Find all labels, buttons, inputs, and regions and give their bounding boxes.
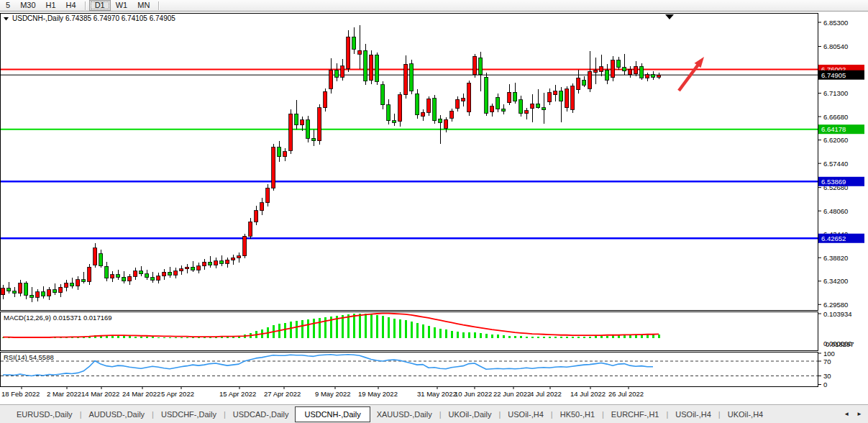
macd-panel xyxy=(1,312,818,351)
candle-body xyxy=(214,261,218,265)
candle-body xyxy=(174,271,178,276)
date-label: 2 Mar 2022 xyxy=(47,390,81,398)
date-label: 10 Jun 2022 xyxy=(454,390,492,398)
macd-bar xyxy=(359,314,362,338)
candle-body xyxy=(140,271,143,274)
candle-body xyxy=(352,37,356,49)
candle-body xyxy=(65,283,68,288)
candle-body xyxy=(565,89,569,108)
candle-body xyxy=(439,119,442,122)
price-axis-label: 6.71300 xyxy=(823,89,848,97)
macd-bar xyxy=(457,332,460,338)
chart-tab-usoilh4-10[interactable]: USOil-,H4 xyxy=(669,407,718,422)
chart-tab-usdchfdaily-2[interactable]: USDCHF-,Daily xyxy=(155,407,223,422)
date-label: 22 Jun 2022 xyxy=(493,390,531,398)
candle-body xyxy=(145,274,149,278)
timeframe-button-w1[interactable]: W1 xyxy=(111,0,133,11)
macd-bar xyxy=(480,333,483,338)
macd-bar xyxy=(566,337,569,338)
macd-bar xyxy=(422,324,425,338)
candle-body xyxy=(525,111,529,114)
candle-body xyxy=(226,260,229,263)
macd-bar xyxy=(163,337,166,338)
chart-tab-audusddaily-1[interactable]: AUDUSD-,Daily xyxy=(82,407,151,422)
candle-body xyxy=(186,267,189,269)
date-label: 19 May 2022 xyxy=(358,390,398,398)
price-axis-label: 6.48060 xyxy=(823,207,848,215)
timeframe-button-h1[interactable]: H1 xyxy=(41,0,61,11)
timeframe-toolbar: 5M30H1H4D1W1MN xyxy=(0,0,868,12)
mt4-window: 5M30H1H4D1W1MN 6.853006.805406.713006.66… xyxy=(0,0,868,423)
candle-body xyxy=(341,66,344,77)
macd-bar xyxy=(117,336,120,338)
chart-tab-usdcnhdaily-4[interactable]: USDCNH-,Daily xyxy=(295,406,370,422)
price-axis-label: 6.80540 xyxy=(823,42,848,50)
chart-tab-ukoilh4-11[interactable]: UKOil-,H4 xyxy=(721,407,770,422)
rsi-axis-label: 100 xyxy=(823,350,835,358)
candle-body xyxy=(19,283,22,294)
candle-body xyxy=(318,108,321,141)
timeframe-button-d1[interactable]: D1 xyxy=(89,0,111,11)
date-label: 31 May 2022 xyxy=(417,390,457,398)
macd-bar xyxy=(629,335,632,338)
macd-bar xyxy=(416,323,419,338)
macd-bar xyxy=(146,337,149,338)
macd-bar xyxy=(503,335,506,338)
candle-body xyxy=(329,70,333,88)
candle-body xyxy=(652,75,655,78)
macd-bar xyxy=(583,337,586,338)
macd-bar xyxy=(554,337,557,338)
candle-body xyxy=(629,69,632,74)
candle-body xyxy=(128,276,132,281)
candle-body xyxy=(180,269,183,271)
chart-tab-hk50h1-8[interactable]: HK50-,H1 xyxy=(554,407,601,422)
chart-tab-eurchfh1-9[interactable]: EURCHF-,H1 xyxy=(605,407,666,422)
chart-tab-xauusddaily-5[interactable]: XAUUSD-,Daily xyxy=(370,407,439,422)
candle-body xyxy=(364,50,367,81)
macd-bar xyxy=(520,336,523,338)
tab-scroll-right-icon[interactable]: ► xyxy=(856,411,862,417)
timeframe-button-5[interactable]: 5 xyxy=(1,0,15,11)
candle-body xyxy=(117,275,120,278)
macd-bar xyxy=(353,314,356,338)
candle-body xyxy=(266,188,270,202)
candle-body xyxy=(260,203,264,211)
tab-scroll-left-icon[interactable]: ◄ xyxy=(844,411,849,417)
price-badge-label: 6.74905 xyxy=(821,71,846,79)
date-label: 15 Apr 2022 xyxy=(219,390,256,398)
macd-bar xyxy=(301,320,304,338)
chart-tab-eurusddaily-0[interactable]: EURUSD-,Daily xyxy=(10,407,79,422)
macd-bar xyxy=(169,337,172,338)
candle-body xyxy=(295,114,298,124)
candle-body xyxy=(197,266,201,270)
macd-bar xyxy=(635,335,638,338)
chart-tab-usdcaddaily-3[interactable]: USDCAD-,Daily xyxy=(227,407,296,422)
price-chart[interactable]: 6.853006.805406.713006.666806.620606.574… xyxy=(0,12,868,404)
candle-body xyxy=(398,95,402,122)
chart-tab-ukoildaily-6[interactable]: UKOil-,Daily xyxy=(442,407,498,422)
candle-body xyxy=(502,109,506,112)
candle-body xyxy=(485,77,488,113)
candle-body xyxy=(531,104,534,108)
candle-body xyxy=(99,254,103,266)
main-panel xyxy=(1,14,818,311)
candle-body xyxy=(490,106,494,112)
macd-bar xyxy=(284,323,287,338)
date-label: 14 Jul 2022 xyxy=(570,390,606,398)
candle-body xyxy=(583,80,586,85)
macd-bar xyxy=(508,336,511,338)
timeframe-button-h4[interactable]: H4 xyxy=(61,0,81,11)
macd-bar xyxy=(497,335,500,338)
candle-body xyxy=(404,64,408,94)
candle-body xyxy=(473,56,477,74)
date-label: 4 Jul 2022 xyxy=(530,390,562,398)
candle-body xyxy=(306,120,310,138)
macd-bar xyxy=(365,314,367,338)
candle-body xyxy=(358,50,362,54)
timeframe-button-m30[interactable]: M30 xyxy=(15,0,40,11)
timeframe-button-mn[interactable]: MN xyxy=(132,0,155,11)
chart-tab-usoilh4-7[interactable]: USOil-,H4 xyxy=(501,407,550,422)
candle-body xyxy=(105,266,109,278)
candle-body xyxy=(301,120,304,125)
macd-bar xyxy=(577,337,580,338)
